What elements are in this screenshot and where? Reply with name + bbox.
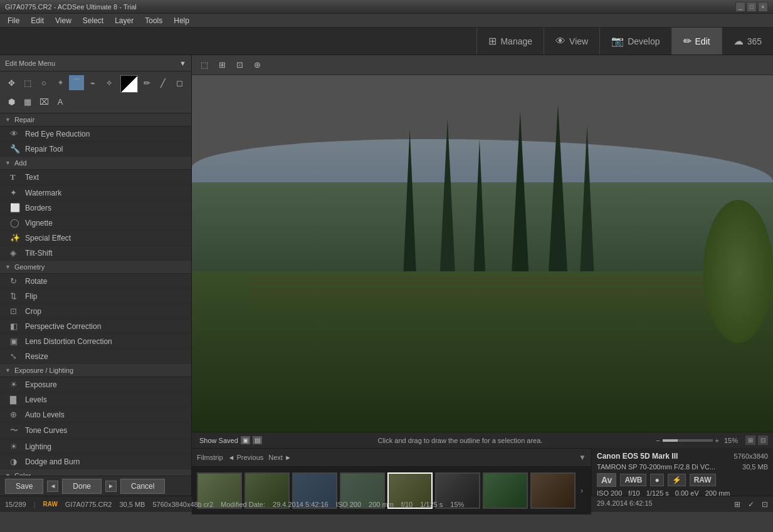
tool-lasso[interactable]: ⌒ (69, 75, 84, 90)
tool-line[interactable]: ╱ (155, 75, 171, 90)
color-patch[interactable] (120, 75, 138, 93)
item-rotate[interactable]: ↻ Rotate (0, 274, 191, 289)
save-button[interactable]: Save (5, 479, 43, 494)
tool-pencil[interactable]: ✏ (139, 75, 154, 90)
item-crop[interactable]: ⊡ Crop (0, 304, 191, 319)
tab-develop[interactable]: 📷 Develop (599, 28, 671, 55)
left-panel: Edit Mode Menu ▼ ✥ ⬚ ○ ⌖ ⌒ ⌁ ⟡ ✏ ╱ ◻ ⬢ ▦… (0, 55, 192, 496)
item-dodge-burn[interactable]: ◑ Dodge and Burn (0, 454, 191, 469)
tab-edit[interactable]: ✏ Edit (671, 28, 722, 55)
tool-eraser[interactable]: ◻ (172, 75, 187, 90)
canvas-toolbar: ⬚ ⊞ ⊡ ⊛ (192, 55, 773, 75)
tool-fill[interactable]: ⬢ (4, 94, 19, 109)
section-add-header[interactable]: ▼ Add (0, 157, 191, 170)
item-special-effect[interactable]: ✨ Special Effect (0, 231, 191, 246)
tool-text-tool[interactable]: A (53, 94, 68, 109)
image-area[interactable] (192, 75, 773, 432)
section-geometry-header[interactable]: ▼ Geometry (0, 261, 191, 274)
mode-dropdown-icon[interactable]: ▼ (179, 60, 186, 67)
item-lens-distortion[interactable]: ▣ Lens Distortion Correction (0, 334, 191, 349)
menu-layer[interactable]: Layer (110, 15, 139, 26)
selection-refine-tool[interactable]: ⊞ (214, 58, 229, 73)
item-tilt-shift[interactable]: ◈ Tilt-Shift (0, 246, 191, 261)
maximize-button[interactable]: □ (747, 2, 757, 12)
status-zoom: 15% (450, 501, 464, 508)
menu-view[interactable]: View (50, 15, 76, 26)
zoom-minus-icon[interactable]: − (656, 437, 660, 444)
zoom-fit-icon[interactable]: ⊡ (758, 436, 768, 445)
tool-gradient[interactable]: ▦ (20, 94, 35, 109)
filmstrip-next[interactable]: Next ► (268, 454, 292, 461)
lens-distortion-icon: ▣ (10, 336, 20, 346)
tool-select-circle[interactable]: ○ (36, 75, 51, 90)
item-perspective[interactable]: ◧ Perspective Correction (0, 319, 191, 334)
item-exposure[interactable]: ☀ Exposure (0, 377, 191, 392)
menu-edit[interactable]: Edit (26, 15, 49, 26)
tool-move[interactable]: ✥ (4, 75, 19, 90)
item-dodge-burn-label: Dodge and Burn (25, 457, 80, 466)
item-levels[interactable]: ▇ Levels (0, 392, 191, 407)
tab-view[interactable]: 👁 View (544, 28, 599, 55)
item-repair-tool[interactable]: 🔧 Repair Tool (0, 142, 191, 157)
menu-help[interactable]: Help (169, 15, 194, 26)
metering-badge: ● (650, 474, 663, 486)
zoom-plus-icon[interactable]: + (715, 437, 719, 444)
date-row: 29.4.2014 6:42:15 (597, 499, 768, 507)
item-lens-distortion-label: Lens Distortion Correction (25, 337, 112, 346)
tool-magic-wand[interactable]: ⌖ (53, 75, 68, 90)
film-thumb-7[interactable] (483, 472, 528, 509)
item-flip[interactable]: ⇅ Flip (0, 289, 191, 304)
photo-canvas[interactable] (192, 75, 773, 432)
filmstrip-dropdown-icon[interactable]: ▼ (579, 453, 586, 462)
perspective-icon: ◧ (10, 321, 20, 331)
menu-bar: File Edit View Select Layer Tools Help (0, 14, 773, 28)
item-flip-label: Flip (25, 292, 37, 301)
tilt-shift-icon: ◈ (10, 248, 20, 258)
section-exposure-header[interactable]: ▼ Exposure / Lighting (0, 364, 191, 377)
item-text[interactable]: T Text (0, 170, 191, 185)
flash-badge: ⚡ (668, 474, 686, 486)
section-repair-header[interactable]: ▼ Repair (0, 113, 191, 127)
item-vignette-label: Vignette (25, 219, 53, 227)
photo-dimensions: 5760x3840 (734, 452, 768, 460)
tab-365[interactable]: ☁ 365 (722, 28, 773, 55)
tool-smart-select[interactable]: ⟡ (102, 75, 117, 90)
item-borders[interactable]: ⬜ Borders (0, 201, 191, 216)
tab-manage[interactable]: ⊞ Manage (476, 28, 544, 55)
prev-arrow[interactable]: ◄ (47, 481, 58, 492)
wb-badge: AWB (620, 474, 646, 486)
item-auto-levels[interactable]: ⊕ Auto Levels (0, 407, 191, 422)
status-icon-2: ✓ (748, 500, 754, 509)
item-watermark[interactable]: ✦ Watermark (0, 185, 191, 201)
menu-select[interactable]: Select (78, 15, 108, 26)
tool-select-rect[interactable]: ⬚ (20, 75, 35, 90)
item-tone-curves[interactable]: 〜 Tone Curves (0, 422, 191, 439)
close-button[interactable]: × (758, 2, 768, 12)
item-repair-tool-label: Repair Tool (25, 145, 63, 154)
item-red-eye[interactable]: 👁 Red Eye Reduction (0, 127, 191, 142)
minimize-button[interactable]: _ (735, 2, 745, 12)
fit-icon[interactable]: ⊞ (745, 436, 755, 445)
menu-file[interactable]: File (3, 15, 24, 26)
item-resize[interactable]: ⤡ Resize (0, 349, 191, 364)
item-lighting[interactable]: ☀ Lighting (0, 439, 191, 454)
cancel-button[interactable]: Cancel (120, 479, 165, 494)
item-rotate-label: Rotate (25, 277, 47, 286)
selection-overlay-tool[interactable]: ⊛ (250, 58, 265, 73)
next-arrow[interactable]: ► (105, 481, 117, 492)
film-thumb-8[interactable] (530, 472, 576, 509)
item-vignette[interactable]: ◯ Vignette (0, 216, 191, 231)
zoom-slider[interactable] (663, 439, 713, 442)
tool-stamp[interactable]: ⌧ (36, 94, 51, 109)
dodge-burn-icon: ◑ (10, 457, 20, 466)
done-button[interactable]: Done (62, 479, 102, 494)
tool-brush-select[interactable]: ⌁ (85, 75, 100, 90)
filmstrip-prev[interactable]: ◄ Previous (228, 454, 264, 461)
selection-rect-tool[interactable]: ⬚ (197, 58, 212, 73)
show-saved-button[interactable]: Show Saved ▣ ▤ (197, 435, 265, 446)
filmstrip-scroll-right[interactable]: › (578, 486, 586, 495)
menu-tools[interactable]: Tools (140, 15, 167, 26)
selection-magic-tool[interactable]: ⊡ (232, 58, 247, 73)
title-text: GI7A0775.CR2 - ACDSee Ultimate 8 - Trial (5, 3, 137, 11)
section-add-label: Add (14, 159, 27, 167)
